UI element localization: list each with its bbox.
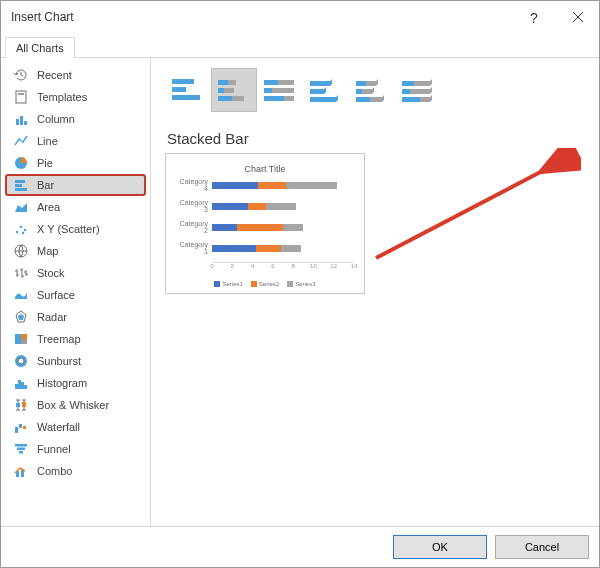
sidebar-item-sunburst[interactable]: Sunburst: [5, 350, 146, 372]
sidebar-item-label: Bar: [37, 179, 54, 191]
sidebar-item-bar[interactable]: Bar: [5, 174, 146, 196]
sidebar-item-label: Templates: [37, 91, 87, 103]
bar-segment: [212, 224, 237, 231]
close-button[interactable]: [557, 1, 599, 33]
legend-label: Series2: [259, 281, 279, 287]
svg-rect-43: [278, 80, 294, 85]
bar-row: [212, 182, 354, 189]
sidebar-item-histogram[interactable]: Histogram: [5, 372, 146, 394]
button-label: Cancel: [525, 541, 559, 553]
subtype-stacked-bar[interactable]: [211, 68, 257, 112]
sidebar-item-area[interactable]: Area: [5, 196, 146, 218]
sidebar-item-column[interactable]: Column: [5, 108, 146, 130]
sidebar-item-label: Column: [37, 113, 75, 125]
chart-legend: Series1Series2Series3: [176, 281, 354, 287]
funnel-icon: [13, 441, 29, 457]
legend-entry: Series1: [214, 281, 242, 287]
svg-rect-34: [172, 87, 186, 92]
dialog-footer: OK Cancel: [1, 526, 599, 567]
subtype-3d-100-stacked-bar[interactable]: [395, 68, 441, 112]
sidebar-item-recent[interactable]: Recent: [5, 64, 146, 86]
category-label: Category 2: [176, 220, 212, 234]
svg-rect-21: [21, 382, 24, 389]
bar-icon: [13, 177, 29, 193]
chart-title: Chart Title: [176, 164, 354, 174]
sidebar-item-surface[interactable]: Surface: [5, 284, 146, 306]
surface-icon: [13, 287, 29, 303]
svg-rect-33: [172, 79, 194, 84]
svg-rect-6: [15, 180, 25, 183]
axis-tick: 8: [291, 263, 294, 269]
svg-rect-22: [24, 385, 27, 389]
sidebar-item-label: Map: [37, 245, 58, 257]
sidebar-item-label: Box & Whisker: [37, 399, 109, 411]
sidebar-item-waterfall[interactable]: Waterfall: [5, 416, 146, 438]
sidebar-item-stock[interactable]: Stock: [5, 262, 146, 284]
svg-rect-20: [18, 380, 21, 389]
sidebar-item-box-whisker[interactable]: Box & Whisker: [5, 394, 146, 416]
legend-swatch: [251, 281, 257, 287]
sidebar-item-funnel[interactable]: Funnel: [5, 438, 146, 460]
svg-rect-27: [23, 426, 26, 429]
bar-row: [212, 245, 354, 252]
axis-tick: 12: [330, 263, 337, 269]
sidebar-item-templates[interactable]: Templates: [5, 86, 146, 108]
tab-strip: All Charts: [1, 33, 599, 58]
svg-rect-36: [218, 80, 228, 85]
svg-rect-46: [264, 96, 284, 101]
svg-rect-35: [172, 95, 200, 100]
box-whisker-icon: [13, 397, 29, 413]
dialog-body: Recent Templates Column Line Pie Bar: [1, 58, 599, 526]
annotation-arrow: [351, 148, 581, 278]
pie-icon: [13, 155, 29, 171]
bar-segment: [237, 224, 283, 231]
sidebar-item-combo[interactable]: Combo: [5, 460, 146, 482]
svg-line-48: [376, 156, 571, 258]
svg-rect-42: [264, 80, 278, 85]
sidebar-item-pie[interactable]: Pie: [5, 152, 146, 174]
bar-segment: [256, 245, 281, 252]
subtype-clustered-bar[interactable]: [165, 68, 211, 112]
sidebar-item-map[interactable]: Map: [5, 240, 146, 262]
legend-label: Series1: [222, 281, 242, 287]
axis-tick: 0: [210, 263, 213, 269]
svg-point-18: [18, 358, 24, 364]
svg-rect-25: [15, 427, 18, 433]
category-label: Category 3: [176, 199, 212, 213]
axis-tick: 2: [231, 263, 234, 269]
legend-swatch: [287, 281, 293, 287]
radar-icon: [13, 309, 29, 325]
category-label: Category 1: [176, 241, 212, 255]
cancel-button[interactable]: Cancel: [495, 535, 589, 559]
sidebar-item-scatter[interactable]: X Y (Scatter): [5, 218, 146, 240]
svg-rect-14: [15, 334, 21, 344]
sidebar-item-radar[interactable]: Radar: [5, 306, 146, 328]
svg-rect-16: [21, 339, 27, 344]
tab-label: All Charts: [16, 42, 64, 54]
combo-icon: [13, 463, 29, 479]
tab-all-charts[interactable]: All Charts: [5, 37, 75, 58]
chart-preview[interactable]: Chart Title Category 4Category 3Category…: [165, 153, 365, 294]
sidebar-item-label: Area: [37, 201, 60, 213]
templates-icon: [13, 89, 29, 105]
chart-category-list: Recent Templates Column Line Pie Bar: [1, 58, 151, 526]
svg-rect-24: [22, 402, 26, 407]
dialog-title: Insert Chart: [11, 10, 74, 24]
sidebar-item-label: Sunburst: [37, 355, 81, 367]
recent-icon: [13, 67, 29, 83]
subtype-3d-stacked-bar[interactable]: [349, 68, 395, 112]
subtype-100-stacked-bar[interactable]: [257, 68, 303, 112]
legend-entry: Series3: [287, 281, 315, 287]
bar-row: [212, 203, 354, 210]
sidebar-item-line[interactable]: Line: [5, 130, 146, 152]
bar-segment: [283, 224, 303, 231]
button-label: OK: [432, 541, 448, 553]
svg-rect-2: [16, 119, 19, 125]
subtype-3d-clustered-bar[interactable]: [303, 68, 349, 112]
help-button[interactable]: ?: [515, 1, 557, 33]
sidebar-item-treemap[interactable]: Treemap: [5, 328, 146, 350]
ok-button[interactable]: OK: [393, 535, 487, 559]
axis-tick: 4: [251, 263, 254, 269]
bar-segment: [266, 203, 296, 210]
column-icon: [13, 111, 29, 127]
